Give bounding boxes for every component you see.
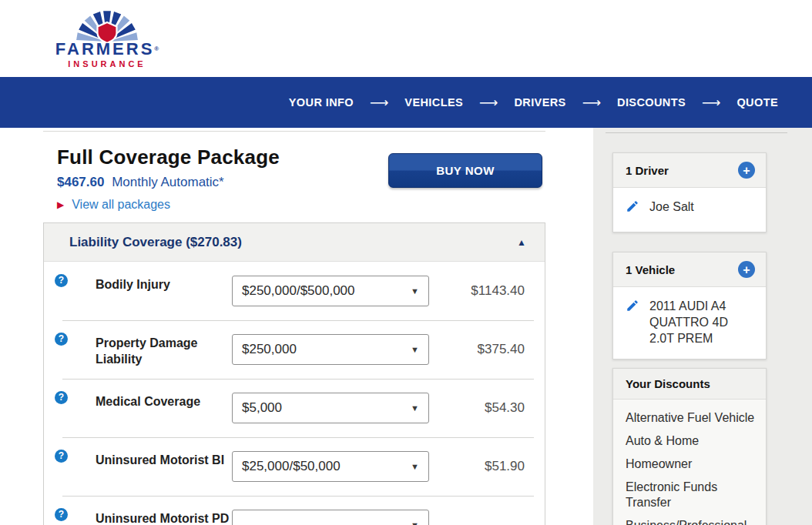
- registered-mark: ®: [154, 45, 159, 52]
- triangle-right-icon: ▶: [57, 199, 64, 210]
- coverage-price: $375.40: [478, 334, 525, 365]
- chevron-down-icon: ▼: [411, 393, 419, 423]
- discount-item: Electronic Funds Transfer: [626, 480, 755, 510]
- view-all-packages-label: View all packages: [72, 198, 170, 212]
- chevron-down-icon: ▼: [411, 452, 419, 481]
- driver-card-body: Joe Salt: [613, 188, 766, 227]
- select-bodily-injury[interactable]: $250,000/$500,000 ▼: [232, 276, 429, 306]
- arrow-right-icon: ⟶: [582, 96, 601, 109]
- buy-now-button[interactable]: BUY NOW: [388, 153, 542, 188]
- coverage-price: $51.90: [485, 451, 525, 482]
- page-header: FARMERS® INSURANCE: [0, 0, 812, 77]
- driver-card-title: 1 Driver: [626, 164, 669, 177]
- select-uninsured-motorist-bi[interactable]: $25,000/$50,000 ▼: [232, 451, 429, 482]
- coverage-row-medical: ? Medical Coverage $5,000 ▼ $54.30: [44, 379, 545, 437]
- brand-subtitle: INSURANCE: [49, 59, 165, 69]
- discounts-card: Your Discounts Alternative Fuel Vehicle …: [612, 368, 767, 525]
- arrow-right-icon: ⟶: [370, 96, 388, 109]
- chevron-down-icon: ▼: [411, 335, 419, 364]
- coverage-label: Property Damage Liability: [96, 335, 231, 367]
- selected-value: $250,000/$500,000: [242, 276, 355, 306]
- coverage-label: Uninsured Motorist BI: [96, 452, 231, 468]
- help-icon[interactable]: ?: [55, 391, 68, 404]
- coverage-row-uninsured-motorist-pd: ? Uninsured Motorist PD ▼: [44, 496, 545, 525]
- coverage-label: Bodily Injury: [96, 276, 231, 293]
- coverage-label: Uninsured Motorist PD: [96, 510, 231, 525]
- coverage-price: $1143.40: [471, 276, 525, 306]
- help-icon[interactable]: ?: [55, 274, 68, 287]
- discount-item: Homeowner: [626, 456, 755, 472]
- nav-step-vehicles[interactable]: VEHICLES: [404, 96, 463, 109]
- discounts-card-body: Alternative Fuel Vehicle Auto & Home Hom…: [613, 400, 766, 525]
- progress-nav: YOUR INFO ⟶ VEHICLES ⟶ DRIVERS ⟶ DISCOUN…: [0, 77, 812, 128]
- chevron-up-icon[interactable]: ▲: [517, 237, 526, 248]
- quote-panel: Full Coverage Package $467.60 Monthly Au…: [43, 131, 545, 525]
- nav-step-your-info[interactable]: YOUR INFO: [289, 96, 354, 109]
- chevron-down-icon: ▼: [411, 510, 419, 525]
- driver-card-header: 1 Driver +: [613, 153, 766, 188]
- select-uninsured-motorist-pd[interactable]: ▼: [232, 510, 429, 525]
- nav-step-discounts[interactable]: DISCOUNTS: [617, 96, 686, 109]
- arrow-right-icon: ⟶: [702, 96, 720, 109]
- liability-coverage-header[interactable]: Liability Coverage ($270.83) ▲: [44, 223, 545, 262]
- coverage-row-property-damage: ? Property Damage Liability $250,000 ▼ $…: [44, 320, 545, 379]
- vehicle-card-header: 1 Vehicle +: [613, 252, 766, 287]
- farmers-logo[interactable]: FARMERS® INSURANCE: [49, 8, 165, 69]
- edit-pencil-icon[interactable]: [626, 299, 639, 313]
- add-driver-button[interactable]: +: [738, 162, 755, 179]
- driver-name: Joe Salt: [649, 199, 694, 215]
- package-billing-label: Monthly Automatic*: [112, 175, 224, 189]
- nav-step-quote[interactable]: QUOTE: [737, 96, 778, 109]
- nav-step-drivers[interactable]: DRIVERS: [514, 96, 565, 109]
- discounts-card-title: Your Discounts: [626, 377, 710, 390]
- package-price: $467.60: [57, 175, 104, 189]
- help-icon[interactable]: ?: [55, 450, 68, 463]
- coverage-price: $54.30: [485, 393, 525, 423]
- help-icon[interactable]: ?: [55, 333, 68, 346]
- coverage-row-uninsured-motorist-bi: ? Uninsured Motorist BI $25,000/$50,000 …: [44, 437, 545, 496]
- vehicle-card-title: 1 Vehicle: [626, 263, 675, 276]
- vehicle-name: 2011 AUDI A4 QUATTRO 4D 2.0T PREM: [649, 298, 755, 346]
- driver-card: 1 Driver + Joe Salt: [612, 152, 767, 232]
- select-property-damage-liability[interactable]: $250,000 ▼: [232, 334, 429, 365]
- view-all-packages-link[interactable]: ▶ View all packages: [57, 198, 170, 212]
- selected-value: $25,000/$50,000: [242, 452, 341, 481]
- vehicle-card-body: 2011 AUDI A4 QUATTRO 4D 2.0T PREM: [613, 287, 766, 359]
- discount-item: Business/Professional Group: [626, 518, 755, 525]
- sidebar-divider: [606, 132, 787, 133]
- discounts-card-header: Your Discounts: [613, 369, 766, 400]
- liability-coverage-title: Liability Coverage ($270.83): [69, 235, 242, 250]
- edit-pencil-icon[interactable]: [626, 199, 639, 213]
- arrow-right-icon: ⟶: [479, 96, 498, 109]
- discount-item: Auto & Home: [626, 433, 755, 449]
- farmers-sunburst-icon: [62, 8, 152, 43]
- discount-item: Alternative Fuel Vehicle: [626, 410, 755, 426]
- vehicle-item[interactable]: 2011 AUDI A4 QUATTRO 4D 2.0T PREM: [626, 298, 755, 346]
- coverage-row-bodily-injury: ? Bodily Injury $250,000/$500,000 ▼ $114…: [44, 262, 545, 320]
- help-icon[interactable]: ?: [55, 508, 68, 521]
- add-vehicle-button[interactable]: +: [738, 261, 755, 278]
- chevron-down-icon: ▼: [411, 276, 419, 306]
- quote-page: FARMERS® INSURANCE YOUR INFO ⟶ VEHICLES …: [0, 0, 812, 525]
- selected-value: $250,000: [242, 335, 297, 364]
- select-medical-coverage[interactable]: $5,000 ▼: [232, 393, 429, 423]
- liability-coverage-section: Liability Coverage ($270.83) ▲ ? Bodily …: [43, 222, 545, 525]
- driver-item[interactable]: Joe Salt: [626, 199, 755, 215]
- vehicle-card: 1 Vehicle + 2011 AUDI A4 QUATTRO 4D 2.0T…: [612, 252, 767, 359]
- coverage-label: Medical Coverage: [96, 393, 231, 410]
- brand-name: FARMERS®: [49, 40, 165, 59]
- selected-value: $5,000: [242, 393, 282, 423]
